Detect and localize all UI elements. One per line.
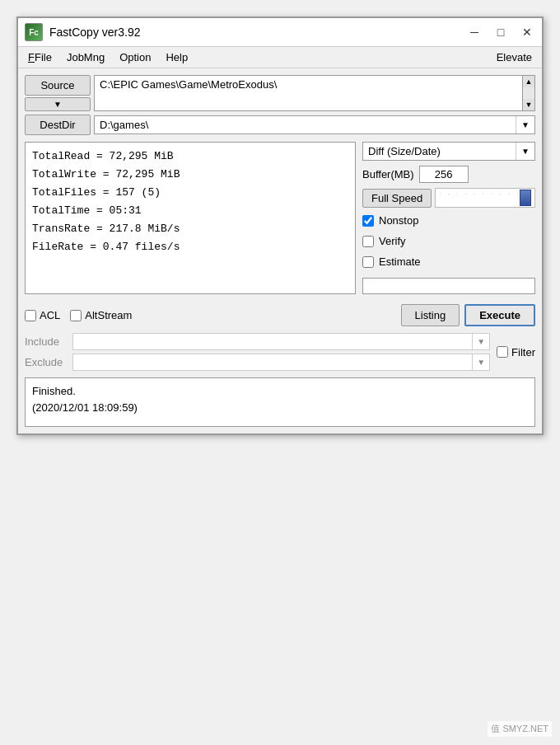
destdir-button[interactable]: DestDir (25, 115, 91, 135)
stats-box: TotalRead = 72,295 MiB TotalWrite = 72,2… (25, 142, 356, 294)
source-row: Source ▼ ▲ ▼ (25, 75, 535, 111)
diff-arrow[interactable]: ▼ (516, 143, 534, 160)
altstream-label[interactable]: AltStream (85, 309, 132, 321)
log-line-1: Finished. (32, 383, 528, 400)
include-input[interactable] (73, 334, 472, 349)
stat-line-5: TransRate = 217.8 MiB/s (32, 220, 348, 238)
menu-items: FFile JobMng Option Help (21, 49, 194, 66)
verify-label[interactable]: Verify (379, 235, 406, 247)
filter-section: Include ▼ Exclude ▼ Filter (25, 333, 535, 371)
title-bar: Fc FastCopy ver3.92 ─ □ ✕ (18, 18, 542, 47)
diff-row: Diff (Size/Date) ▼ (362, 142, 535, 161)
menu-file[interactable]: FFile (21, 49, 58, 66)
include-input-wrap: ▼ (72, 333, 490, 350)
verify-row: Verify (362, 233, 535, 249)
include-arrow[interactable]: ▼ (472, 334, 489, 349)
stat-line-2: TotalWrite = 72,295 MiB (32, 166, 348, 184)
full-speed-button[interactable]: Full Speed (362, 189, 432, 208)
log-line-2: (2020/12/01 18:09:59) (32, 400, 528, 416)
exclude-input[interactable] (73, 354, 472, 370)
nonstop-label[interactable]: Nonstop (379, 214, 418, 227)
action-buttons: Listing Execute (401, 304, 535, 326)
speed-row: Full Speed · · · · · · · · · · (362, 188, 535, 208)
destdir-path-input[interactable] (95, 116, 516, 134)
stat-line-1: TotalRead = 72,295 MiB (32, 148, 348, 166)
estimate-checkbox[interactable] (362, 256, 374, 268)
estimate-label[interactable]: Estimate (379, 255, 421, 268)
filter-checkbox[interactable] (497, 346, 508, 358)
speed-thumb[interactable] (520, 190, 531, 206)
source-btn-group: Source ▼ (25, 75, 91, 111)
source-scroll-down[interactable]: ▼ (523, 99, 534, 110)
source-path-input[interactable] (94, 75, 522, 111)
acl-label[interactable]: ACL (40, 309, 60, 321)
middle-section: TotalRead = 72,295 MiB TotalWrite = 72,2… (25, 142, 535, 294)
diff-select-text: Diff (Size/Date) (363, 143, 516, 160)
estimate-row: Estimate (362, 254, 535, 269)
buffer-input[interactable] (419, 166, 469, 183)
close-button[interactable]: ✕ (519, 24, 535, 40)
main-content: Source ▼ ▲ ▼ DestDir ▼ (18, 68, 542, 433)
speed-slider-wrap: · · · · · · · · · · (435, 188, 535, 208)
include-row: Include ▼ (25, 333, 490, 350)
buffer-row: Buffer(MB) (362, 166, 535, 183)
altstream-checkbox[interactable] (70, 310, 82, 321)
nonstop-row: Nonstop (362, 213, 535, 228)
window-title: FastCopy ver3.92 (49, 26, 141, 39)
execute-button[interactable]: Execute (464, 304, 535, 326)
buffer-label: Buffer(MB) (362, 168, 414, 180)
destdir-path-wrap: ▼ (94, 115, 535, 134)
altstream-group: AltStream (70, 309, 132, 321)
window-controls: ─ □ ✕ (466, 24, 535, 40)
exclude-arrow[interactable]: ▼ (472, 354, 489, 370)
exclude-row: Exclude ▼ (25, 354, 490, 371)
menu-help[interactable]: Help (159, 49, 194, 66)
source-scroll-up[interactable]: ▲ (523, 76, 534, 87)
destdir-row: DestDir ▼ (25, 115, 535, 135)
elevate-button[interactable]: Elevate (490, 49, 539, 66)
speed-track-dots: · · · · · · · · · · (439, 190, 531, 198)
source-dropdown-button[interactable]: ▼ (25, 97, 91, 111)
menu-jobmng[interactable]: JobMng (60, 49, 111, 66)
right-panel: Diff (Size/Date) ▼ Buffer(MB) Full Speed… (362, 142, 535, 294)
menu-bar: FFile JobMng Option Help Elevate (18, 47, 542, 68)
acl-checkbox[interactable] (25, 310, 36, 321)
nonstop-checkbox[interactable] (362, 215, 374, 227)
minimize-button[interactable]: ─ (466, 24, 483, 40)
main-window: Fc FastCopy ver3.92 ─ □ ✕ FFile JobMng O… (16, 16, 544, 435)
filter-left: Include ▼ Exclude ▼ (25, 333, 490, 371)
diff-select-wrap: Diff (Size/Date) ▼ (362, 142, 535, 161)
app-icon: Fc (25, 23, 43, 41)
title-bar-left: Fc FastCopy ver3.92 (25, 23, 141, 41)
source-button[interactable]: Source (25, 75, 91, 96)
progress-bar-row (362, 278, 535, 294)
exclude-input-wrap: ▼ (72, 354, 490, 371)
destdir-arrow[interactable]: ▼ (516, 116, 534, 134)
stat-line-3: TotalFiles = 157 (5) (32, 184, 348, 202)
menu-option[interactable]: Option (113, 49, 157, 66)
include-label: Include (25, 335, 68, 348)
bottom-controls: ACL AltStream Listing Execute (25, 301, 535, 326)
filter-checkbox-group: Filter (497, 346, 535, 358)
source-scrollbar: ▲ ▼ (522, 75, 535, 111)
stat-line-6: FileRate = 0.47 files/s (32, 238, 348, 256)
stat-line-4: TotalTime = 05:31 (32, 202, 348, 220)
listing-button[interactable]: Listing (401, 304, 460, 326)
acl-group: ACL (25, 309, 60, 321)
source-scroll-track (523, 87, 534, 99)
progress-bar (362, 278, 535, 294)
source-path-area: ▲ ▼ (94, 75, 535, 111)
log-area: Finished. (2020/12/01 18:09:59) (25, 377, 535, 427)
verify-checkbox[interactable] (362, 236, 374, 247)
filter-label-text[interactable]: Filter (511, 346, 535, 358)
exclude-label: Exclude (25, 356, 68, 368)
maximize-button[interactable]: □ (492, 24, 509, 40)
